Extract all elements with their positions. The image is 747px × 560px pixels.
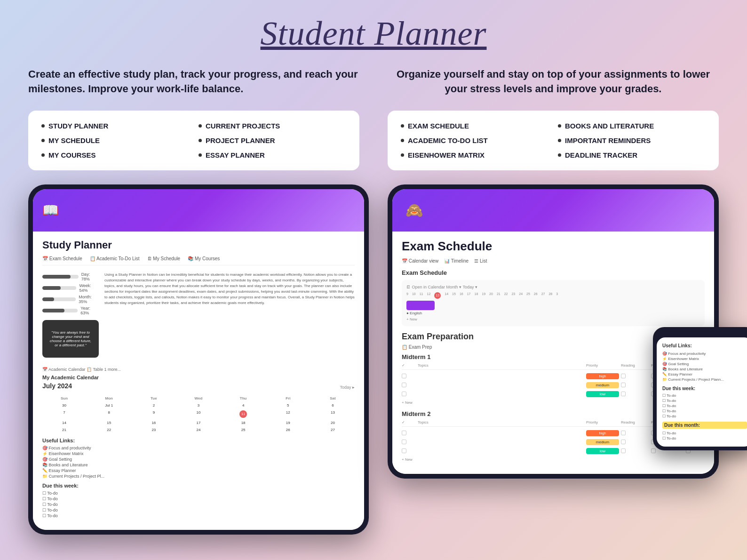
useful-links-section: Useful Links: 🎯 Focus and productivity ⚡…: [42, 438, 355, 479]
small-link-2[interactable]: 🎯 Goal Setting: [662, 361, 747, 367]
feature-deadline-tracker: DEADLINE TRACKER: [558, 151, 706, 159]
left-phone-header: 📖: [33, 189, 364, 232]
priority-badge-low: low: [586, 391, 619, 397]
cal-15: 15: [87, 420, 131, 426]
calendar-header: My Academic Calendar: [42, 375, 355, 380]
description-text: Using a Study Planner in Notion can be i…: [104, 272, 355, 362]
bullet-icon: [41, 139, 45, 142]
cal-12: 12: [266, 409, 310, 419]
checkbox[interactable]: [402, 374, 406, 378]
progress-group: Day: 78% Week: 54% Month: 35%: [42, 272, 99, 315]
checkbox[interactable]: [621, 440, 626, 444]
desc-right: Organize yourself and stay on top of you…: [388, 67, 719, 96]
small-link-5[interactable]: 📁 Current Projects / Project Plann...: [662, 377, 747, 382]
small-due-0: ☐ To-do: [662, 393, 747, 398]
right-screen-title: Exam Schedule: [402, 239, 705, 254]
progress-day: Day: 78%: [42, 272, 99, 281]
small-due-month-0: ☐ To-do: [662, 431, 747, 436]
description-row: Create an effective study plan, track yo…: [28, 67, 719, 96]
cal-5: 5: [266, 402, 310, 408]
new-row-btn-2[interactable]: + New: [402, 457, 705, 462]
checkbox[interactable]: [402, 431, 406, 435]
tab-list[interactable]: ☰ List: [474, 258, 487, 264]
progress-week: Week: 54%: [42, 283, 99, 293]
features-box-left: STUDY PLANNER CURRENT PROJECTS MY SCHEDU…: [28, 111, 359, 170]
nav-exam-schedule[interactable]: 📅 Exam Schedule: [42, 256, 82, 261]
cal-sun: Sun: [42, 395, 86, 401]
checkbox[interactable]: [651, 448, 656, 453]
bullet-icon: [401, 139, 404, 142]
cal-13: 13: [311, 409, 355, 419]
left-phone-screen: 📖 Study Planner 📅 Exam Schedule 📋 Academ…: [33, 189, 364, 530]
due-item-4: ☐ To-do: [42, 507, 355, 513]
calendar-controls[interactable]: 🗓 Open in Calendar Month ▾ Today ▾: [406, 285, 477, 289]
cal-14: 14: [42, 420, 86, 426]
screenshots-row: 📖 Study Planner 📅 Exam Schedule 📋 Academ…: [28, 184, 719, 535]
cal-sat: Sat: [311, 395, 355, 401]
small-link-3[interactable]: 📚 Books and Literature: [662, 367, 747, 372]
feature-important-reminders: IMPORTANT REMINDERS: [558, 136, 706, 144]
desc-right-text: Organize yourself and stay on top of you…: [388, 67, 719, 96]
small-link-0[interactable]: 🎯 Focus and productivity: [662, 351, 747, 356]
small-due-month-title: Due this month:: [662, 422, 747, 429]
cal-27: 27: [311, 427, 355, 433]
checkbox[interactable]: [621, 448, 626, 453]
cal-7: 7: [42, 409, 86, 419]
right-phone-header: 🙈: [392, 189, 714, 232]
link-focus[interactable]: 🎯 Focus and productivity: [42, 445, 355, 451]
checkbox[interactable]: [621, 392, 626, 396]
feature-project-planner: PROJECT PLANNER: [199, 136, 346, 144]
due-item-5: ☐ To-do: [42, 513, 355, 519]
tab-calendar[interactable]: 📅 Calendar view: [402, 258, 438, 264]
nav-schedule[interactable]: 🗓 My Schedule: [147, 256, 181, 261]
desc-left-text: Create an effective study plan, track yo…: [28, 67, 359, 96]
cal-24: 24: [176, 427, 220, 433]
left-phone-mockup: 📖 Study Planner 📅 Exam Schedule 📋 Academ…: [28, 184, 369, 535]
nav-courses[interactable]: 📚 My Courses: [188, 256, 220, 261]
link-books[interactable]: 📚 Books and Literature: [42, 462, 355, 468]
checkbox[interactable]: [402, 440, 406, 444]
checkbox[interactable]: [621, 431, 626, 435]
bullet-icon: [401, 153, 404, 157]
small-due-2: ☐ To-do: [662, 403, 747, 408]
link-projects[interactable]: 📁 Current Projects / Project Pl...: [42, 473, 355, 479]
small-due-3: ☐ To-do: [662, 408, 747, 414]
feature-academic-todo: ACADEMIC TO-DO LIST: [401, 136, 548, 144]
cal-11-today: 11: [222, 409, 265, 419]
small-link-4[interactable]: ✏️ Essay Planner: [662, 372, 747, 377]
priority-badge-medium: medium: [586, 382, 619, 388]
nav-todo[interactable]: 📋 Academic To-Do List: [90, 256, 140, 261]
feature-study-planner: STUDY PLANNER: [41, 122, 189, 130]
cal-8: 8: [87, 409, 131, 419]
bullet-icon: [41, 124, 45, 128]
link-essay[interactable]: ✏️ Essay Planner: [42, 468, 355, 473]
new-event-btn[interactable]: + New: [406, 317, 700, 321]
calendar-section-label: 📅 Academic Calendar 📋 Table 1 more...: [42, 367, 355, 372]
checkbox[interactable]: [402, 383, 406, 387]
cal-mon: Mon: [87, 395, 131, 401]
priority-badge-medium: medium: [586, 439, 619, 445]
cal-19: 19: [266, 420, 310, 426]
priority-badge-low: low: [586, 448, 619, 454]
checkbox[interactable]: [621, 383, 626, 387]
calendar-grid: Sun Mon Tue Wed Thu Fri Sat 30 Jul 1 2 3: [42, 395, 355, 433]
progress-year: Year: 63%: [42, 306, 99, 315]
left-screen-content: Study Planner 📅 Exam Schedule 📋 Academic…: [33, 232, 364, 530]
cal-3: 3: [176, 402, 220, 408]
small-phone-overlay: Useful Links: 🎯 Focus and productivity ⚡…: [653, 327, 747, 450]
checkbox[interactable]: [621, 374, 626, 378]
cal-16: 16: [132, 420, 175, 426]
small-link-1[interactable]: ⚡ Eisenhower Matrix: [662, 356, 747, 361]
tab-timeline[interactable]: 📊 Timeline: [444, 258, 469, 264]
cal-fri: Fri: [266, 395, 310, 401]
checkbox[interactable]: [402, 448, 406, 453]
cal-4: 4: [222, 402, 265, 408]
link-goal[interactable]: 🎯 Goal Setting: [42, 456, 355, 462]
phone-notch: [691, 331, 719, 335]
right-phone-wrapper: 🙈 Exam Schedule 📅 Calendar view 📊 Timeli…: [388, 184, 719, 479]
link-eisenhower[interactable]: ⚡ Eisenhower Matrix: [42, 451, 355, 456]
calendar-month: July 2024: [42, 382, 72, 390]
left-screen-title: Study Planner: [42, 239, 355, 251]
feature-current-projects: CURRENT PROJECTS: [199, 122, 346, 130]
checkbox[interactable]: [402, 392, 406, 396]
